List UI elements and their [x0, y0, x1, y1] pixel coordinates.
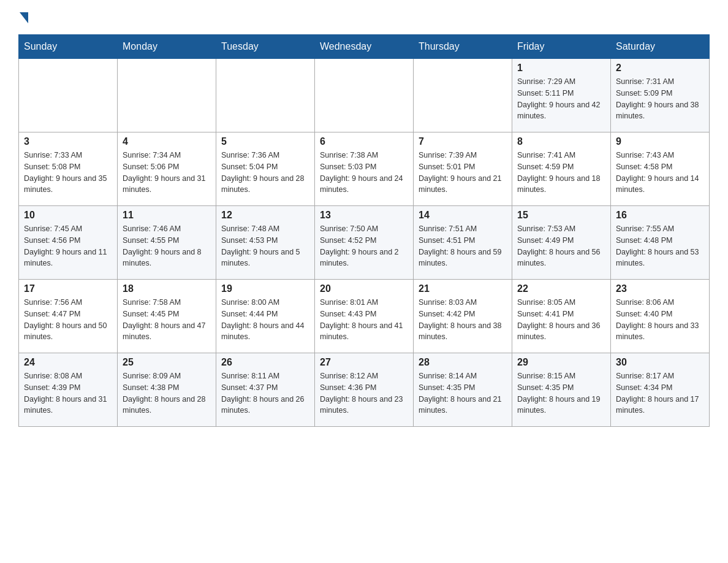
- calendar-cell: 8Sunrise: 7:41 AMSunset: 4:59 PMDaylight…: [512, 132, 611, 206]
- day-info: Sunrise: 7:29 AMSunset: 5:11 PMDaylight:…: [517, 76, 605, 122]
- day-info: Sunrise: 8:05 AMSunset: 4:41 PMDaylight:…: [517, 297, 605, 343]
- day-header-friday: Friday: [512, 35, 611, 59]
- calendar-cell: [19, 59, 118, 132]
- calendar-cell: 14Sunrise: 7:51 AMSunset: 4:51 PMDayligh…: [414, 206, 512, 280]
- day-header-sunday: Sunday: [19, 35, 118, 59]
- day-info: Sunrise: 8:15 AMSunset: 4:35 PMDaylight:…: [517, 370, 605, 416]
- day-info: Sunrise: 8:17 AMSunset: 4:34 PMDaylight:…: [616, 370, 704, 416]
- calendar-cell: 7Sunrise: 7:39 AMSunset: 5:01 PMDaylight…: [414, 132, 512, 206]
- day-number: 14: [419, 210, 507, 221]
- day-info: Sunrise: 7:48 AMSunset: 4:53 PMDaylight:…: [221, 223, 309, 269]
- day-header-tuesday: Tuesday: [216, 35, 315, 59]
- calendar-cell: 11Sunrise: 7:46 AMSunset: 4:55 PMDayligh…: [118, 206, 216, 280]
- day-header-saturday: Saturday: [611, 35, 710, 59]
- calendar-cell: 22Sunrise: 8:05 AMSunset: 4:41 PMDayligh…: [512, 280, 611, 353]
- calendar-cell: [118, 59, 216, 132]
- day-number: 13: [320, 210, 408, 221]
- day-info: Sunrise: 8:11 AMSunset: 4:37 PMDaylight:…: [221, 370, 309, 416]
- day-number: 5: [221, 136, 309, 147]
- calendar-table: SundayMondayTuesdayWednesdayThursdayFrid…: [18, 34, 710, 427]
- calendar-cell: 17Sunrise: 7:56 AMSunset: 4:47 PMDayligh…: [19, 280, 118, 353]
- day-number: 21: [419, 283, 507, 294]
- day-number: 10: [24, 210, 112, 221]
- day-info: Sunrise: 8:09 AMSunset: 4:38 PMDaylight:…: [123, 370, 211, 416]
- day-number: 11: [123, 210, 211, 221]
- calendar-cell: 9Sunrise: 7:43 AMSunset: 4:58 PMDaylight…: [611, 132, 710, 206]
- day-info: Sunrise: 8:00 AMSunset: 4:44 PMDaylight:…: [221, 297, 309, 343]
- calendar-cell: 13Sunrise: 7:50 AMSunset: 4:52 PMDayligh…: [315, 206, 414, 280]
- day-info: Sunrise: 7:43 AMSunset: 4:58 PMDaylight:…: [616, 150, 704, 196]
- day-number: 2: [616, 63, 704, 74]
- calendar-cell: 4Sunrise: 7:34 AMSunset: 5:06 PMDaylight…: [118, 132, 216, 206]
- calendar-week-row: 3Sunrise: 7:33 AMSunset: 5:08 PMDaylight…: [19, 132, 710, 206]
- day-number: 23: [616, 283, 704, 294]
- day-info: Sunrise: 7:56 AMSunset: 4:47 PMDaylight:…: [24, 297, 112, 343]
- calendar-cell: 18Sunrise: 7:58 AMSunset: 4:45 PMDayligh…: [118, 280, 216, 353]
- day-info: Sunrise: 7:50 AMSunset: 4:52 PMDaylight:…: [320, 223, 408, 269]
- day-info: Sunrise: 7:58 AMSunset: 4:45 PMDaylight:…: [123, 297, 211, 343]
- day-header-wednesday: Wednesday: [315, 35, 414, 59]
- calendar-week-row: 17Sunrise: 7:56 AMSunset: 4:47 PMDayligh…: [19, 280, 710, 353]
- calendar-cell: [216, 59, 315, 132]
- day-number: 6: [320, 136, 408, 147]
- day-number: 27: [320, 357, 408, 368]
- calendar-cell: 29Sunrise: 8:15 AMSunset: 4:35 PMDayligh…: [512, 353, 611, 427]
- day-info: Sunrise: 7:41 AMSunset: 4:59 PMDaylight:…: [517, 150, 605, 196]
- day-info: Sunrise: 8:14 AMSunset: 4:35 PMDaylight:…: [419, 370, 507, 416]
- day-info: Sunrise: 7:38 AMSunset: 5:03 PMDaylight:…: [320, 150, 408, 196]
- day-number: 4: [123, 136, 211, 147]
- day-info: Sunrise: 7:31 AMSunset: 5:09 PMDaylight:…: [616, 76, 704, 122]
- day-number: 12: [221, 210, 309, 221]
- day-info: Sunrise: 7:51 AMSunset: 4:51 PMDaylight:…: [419, 223, 507, 269]
- calendar-cell: 20Sunrise: 8:01 AMSunset: 4:43 PMDayligh…: [315, 280, 414, 353]
- day-info: Sunrise: 7:39 AMSunset: 5:01 PMDaylight:…: [419, 150, 507, 196]
- calendar-cell: 5Sunrise: 7:36 AMSunset: 5:04 PMDaylight…: [216, 132, 315, 206]
- day-number: 3: [24, 136, 112, 147]
- day-info: Sunrise: 7:45 AMSunset: 4:56 PMDaylight:…: [24, 223, 112, 269]
- day-number: 20: [320, 283, 408, 294]
- calendar-cell: 6Sunrise: 7:38 AMSunset: 5:03 PMDaylight…: [315, 132, 414, 206]
- calendar-week-row: 24Sunrise: 8:08 AMSunset: 4:39 PMDayligh…: [19, 353, 710, 427]
- calendar-cell: 26Sunrise: 8:11 AMSunset: 4:37 PMDayligh…: [216, 353, 315, 427]
- day-info: Sunrise: 8:08 AMSunset: 4:39 PMDaylight:…: [24, 370, 112, 416]
- day-number: 1: [517, 63, 605, 74]
- day-number: 16: [616, 210, 704, 221]
- day-info: Sunrise: 7:53 AMSunset: 4:49 PMDaylight:…: [517, 223, 605, 269]
- day-info: Sunrise: 8:03 AMSunset: 4:42 PMDaylight:…: [419, 297, 507, 343]
- day-number: 24: [24, 357, 112, 368]
- calendar-week-row: 1Sunrise: 7:29 AMSunset: 5:11 PMDaylight…: [19, 59, 710, 132]
- day-number: 18: [123, 283, 211, 294]
- day-number: 29: [517, 357, 605, 368]
- day-info: Sunrise: 7:46 AMSunset: 4:55 PMDaylight:…: [123, 223, 211, 269]
- calendar-cell: 28Sunrise: 8:14 AMSunset: 4:35 PMDayligh…: [414, 353, 512, 427]
- calendar-cell: 19Sunrise: 8:00 AMSunset: 4:44 PMDayligh…: [216, 280, 315, 353]
- day-number: 17: [24, 283, 112, 294]
- calendar-cell: 1Sunrise: 7:29 AMSunset: 5:11 PMDaylight…: [512, 59, 611, 132]
- calendar-cell: 25Sunrise: 8:09 AMSunset: 4:38 PMDayligh…: [118, 353, 216, 427]
- calendar-header-row: SundayMondayTuesdayWednesdayThursdayFrid…: [19, 35, 710, 59]
- day-header-monday: Monday: [118, 35, 216, 59]
- calendar-cell: [315, 59, 414, 132]
- page-header: [18, 12, 710, 22]
- day-info: Sunrise: 7:36 AMSunset: 5:04 PMDaylight:…: [221, 150, 309, 196]
- calendar-cell: 27Sunrise: 8:12 AMSunset: 4:36 PMDayligh…: [315, 353, 414, 427]
- day-info: Sunrise: 8:12 AMSunset: 4:36 PMDaylight:…: [320, 370, 408, 416]
- calendar-cell: 30Sunrise: 8:17 AMSunset: 4:34 PMDayligh…: [611, 353, 710, 427]
- day-number: 22: [517, 283, 605, 294]
- day-number: 25: [123, 357, 211, 368]
- day-info: Sunrise: 8:06 AMSunset: 4:40 PMDaylight:…: [616, 297, 704, 343]
- calendar-cell: [414, 59, 512, 132]
- logo-triangle-icon: [20, 12, 28, 23]
- calendar-cell: 15Sunrise: 7:53 AMSunset: 4:49 PMDayligh…: [512, 206, 611, 280]
- day-number: 8: [517, 136, 605, 147]
- day-info: Sunrise: 7:34 AMSunset: 5:06 PMDaylight:…: [123, 150, 211, 196]
- calendar-cell: 16Sunrise: 7:55 AMSunset: 4:48 PMDayligh…: [611, 206, 710, 280]
- calendar-cell: 10Sunrise: 7:45 AMSunset: 4:56 PMDayligh…: [19, 206, 118, 280]
- day-number: 26: [221, 357, 309, 368]
- calendar-cell: 23Sunrise: 8:06 AMSunset: 4:40 PMDayligh…: [611, 280, 710, 353]
- calendar-cell: 24Sunrise: 8:08 AMSunset: 4:39 PMDayligh…: [19, 353, 118, 427]
- logo: [18, 12, 29, 22]
- day-info: Sunrise: 7:33 AMSunset: 5:08 PMDaylight:…: [24, 150, 112, 196]
- calendar-cell: 3Sunrise: 7:33 AMSunset: 5:08 PMDaylight…: [19, 132, 118, 206]
- calendar-cell: 2Sunrise: 7:31 AMSunset: 5:09 PMDaylight…: [611, 59, 710, 132]
